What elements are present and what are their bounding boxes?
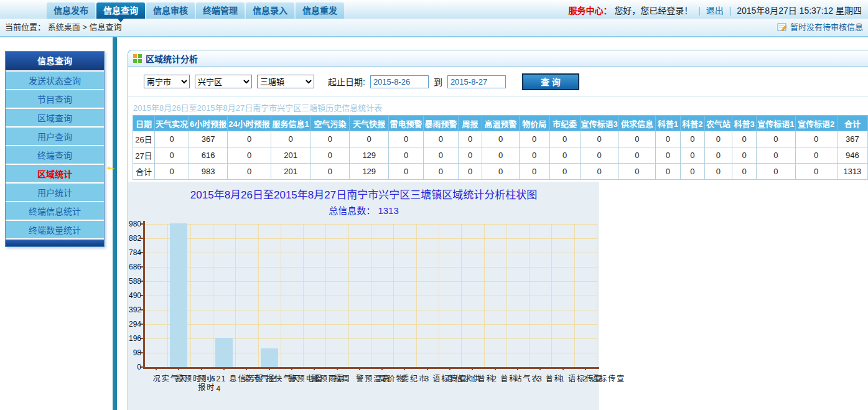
- table-header-cell: 市纪委: [549, 116, 580, 131]
- table-cell: 0: [228, 164, 271, 180]
- x-axis-tick: [246, 367, 247, 370]
- y-axis-label: 490: [128, 291, 141, 300]
- breadcrumb-root[interactable]: 系统桌面: [48, 22, 80, 32]
- grid-squares-icon: [133, 54, 142, 63]
- greeting-text: 您好，您已经登录！: [614, 6, 693, 16]
- gridline-v: [439, 224, 439, 367]
- table-cell: 0: [549, 147, 580, 164]
- sidebar-items: 发送状态查询节目查询区域查询用户查询终端查询区域统计用户统计终端信息统计终端数量…: [6, 70, 104, 238]
- table-cell: 0: [580, 164, 618, 180]
- breadcrumb-current: 信息查询: [90, 22, 122, 32]
- nav-tab-1[interactable]: 信息发布: [47, 2, 95, 19]
- table-header-cell: 宣传标语2: [795, 116, 837, 131]
- gridline-v: [348, 224, 349, 367]
- nav-tab-4[interactable]: 终端管理: [196, 2, 245, 19]
- table-cell: 0: [757, 131, 795, 147]
- x-axis-tick: [291, 367, 292, 370]
- nav-tab-3[interactable]: 信息审核: [146, 2, 195, 19]
- sidebar-item-6[interactable]: 区域统计: [6, 164, 104, 182]
- table-header-cell: 24小时预报: [228, 116, 271, 131]
- table-cell: 0: [310, 131, 350, 147]
- table-row: 合计098302010129000000000000001313: [133, 164, 868, 180]
- nav-tab-2[interactable]: 信息查询: [96, 2, 145, 19]
- sidebar-splitter[interactable]: [113, 37, 117, 410]
- statistics-table: 日期天气实况6小时预报24小时预报服务信息1空气污染天气快报雷电预警暴雨预警周报…: [133, 115, 868, 180]
- table-header-cell: 科普3: [732, 116, 756, 131]
- sidebar-item-1[interactable]: 发送状态查询: [6, 70, 104, 89]
- user-status-area: 服务中心： 您好，您已经登录！ | 退出 | 2015年8月27日 15:37:…: [568, 4, 862, 16]
- table-cell: 201: [271, 164, 310, 180]
- table-cell: 0: [423, 147, 458, 164]
- x-axis-tick: [562, 367, 564, 370]
- table-cell: 0: [656, 164, 680, 180]
- y-axis-label: 882: [128, 234, 141, 243]
- table-header-cell: 暴雨预警: [423, 116, 458, 131]
- table-cell: 0: [705, 147, 732, 164]
- table-cell: 0: [580, 147, 618, 164]
- x-axis-tick: [337, 367, 338, 370]
- table-cell: 0: [680, 164, 704, 180]
- table-header-cell: 宣传标语1: [757, 116, 795, 131]
- sidebar-item-3[interactable]: 区域查询: [6, 108, 104, 126]
- sidebar-menu: 信息查询 发送状态查询节目查询区域查询用户查询终端查询区域统计用户统计终端信息统…: [5, 51, 105, 247]
- table-cell: 0: [618, 147, 655, 164]
- gridline-v: [371, 224, 371, 367]
- table-cell: 0: [310, 164, 350, 180]
- pending-review-text: 暂时没有待审核信息: [790, 19, 863, 36]
- table-header-cell: 周报: [458, 116, 482, 131]
- table-cell: 0: [705, 164, 732, 180]
- chart-plot-area: 098196294392490588686784882980天气实况6小时预报2…: [145, 224, 597, 367]
- y-axis-label: 392: [128, 305, 141, 314]
- y-axis-label: 588: [128, 277, 141, 286]
- nav-tab-5[interactable]: 信息录入: [246, 2, 294, 19]
- sidebar-item-2[interactable]: 节目查询: [6, 89, 104, 108]
- table-cell: 27日: [133, 147, 155, 164]
- table-title: 2015年8月26日至2015年8月27日南宁市兴宁区三塘镇历史信息统计表: [133, 101, 868, 113]
- gridline-v: [461, 224, 462, 367]
- logout-link[interactable]: 退出: [706, 6, 724, 16]
- sidebar-item-7[interactable]: 用户统计: [6, 182, 104, 201]
- query-button[interactable]: 查 询: [522, 73, 579, 90]
- breadcrumb-separator: >: [82, 22, 87, 32]
- chart-subtitle: 总信息数： 1313: [128, 203, 599, 217]
- district-select[interactable]: 兴宁区: [195, 75, 252, 88]
- gridline-v: [529, 224, 530, 367]
- table-cell: 0: [519, 147, 549, 164]
- table-cell: 0: [519, 164, 549, 180]
- nav-tab-6[interactable]: 信息重发: [296, 2, 344, 19]
- sidebar-item-5[interactable]: 终端查询: [6, 145, 104, 164]
- end-date-input[interactable]: [447, 75, 506, 88]
- table-cell: 616: [189, 147, 228, 164]
- nav-tabs: 信息发布信息查询信息审核终端管理信息录入信息重发: [47, 2, 345, 19]
- table-header-cell: 天气快报: [350, 116, 389, 131]
- x-axis-tick: [539, 367, 541, 370]
- y-axis-label: 980: [128, 220, 141, 228]
- top-nav-bar: 信息发布信息查询信息审核终端管理信息录入信息重发 服务中心： 您好，您已经登录！…: [0, 0, 868, 19]
- table-cell: 0: [155, 131, 189, 147]
- gridline-v: [574, 224, 575, 367]
- date-range-label: 起止日期:: [328, 75, 365, 88]
- town-select[interactable]: 三塘镇: [257, 75, 314, 88]
- sidebar-item-8[interactable]: 终端信息统计: [6, 201, 104, 220]
- sidebar-item-4[interactable]: 用户查询: [6, 126, 104, 145]
- table-cell: 0: [680, 131, 704, 147]
- gridline-v: [484, 224, 485, 367]
- table-header-cell: 宣传标语3: [580, 116, 618, 131]
- table-cell: 0: [549, 131, 580, 147]
- panel-title: 区域统计分析: [146, 52, 198, 65]
- city-select[interactable]: 南宁市: [144, 75, 190, 88]
- table-cell: 0: [705, 131, 732, 147]
- table-cell: 0: [228, 147, 271, 164]
- x-axis-label: 宣传标语2: [581, 375, 624, 384]
- gridline-v: [235, 224, 236, 367]
- start-date-input[interactable]: [370, 75, 429, 88]
- table-header-row: 日期天气实况6小时预报24小时预报服务信息1空气污染天气快报雷电预警暴雨预警周报…: [133, 116, 868, 131]
- gridline-v: [416, 224, 417, 367]
- table-header-cell: 空气污染: [310, 116, 350, 131]
- pending-review-notice[interactable]: 暂时没有待审核信息: [777, 19, 863, 36]
- sidebar-item-9[interactable]: 终端数量统计: [6, 220, 104, 238]
- collapse-sidebar-arrow-icon[interactable]: ←: [106, 161, 116, 173]
- x-axis-tick: [585, 367, 586, 370]
- x-axis-tick: [201, 367, 202, 370]
- table-cell: 0: [482, 131, 519, 147]
